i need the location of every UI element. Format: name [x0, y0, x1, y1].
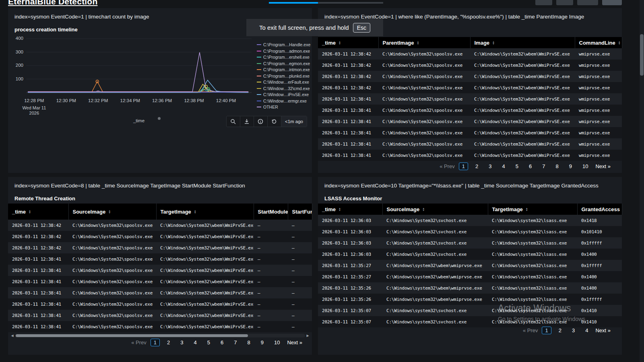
table-row[interactable]: 2026-03-11 12:36:03C:\Windows\System32\s… [318, 249, 622, 260]
table-cell[interactable]: C:\Windows\System32\spoolsv.exe [378, 116, 470, 127]
table-cell[interactable]: 2026-03-11 12:38:41 [318, 105, 378, 116]
table-cell[interactable]: 2026-03-11 12:38:41 [8, 321, 68, 332]
table-row[interactable]: 2026-03-11 12:36:03C:\Windows\System32\s… [318, 237, 622, 249]
table-cell[interactable]: C:\Windows\system32\lsass.exe [488, 294, 577, 305]
pagination-page-2[interactable]: 2 [472, 162, 481, 170]
pagination-page-8[interactable]: 8 [552, 162, 561, 170]
table-cell[interactable]: – [254, 242, 288, 253]
sort-icon[interactable]: ▲▼ [29, 210, 31, 214]
table-row[interactable]: 2026-03-11 12:38:41C:\Windows\System32\s… [8, 298, 312, 310]
table-cell[interactable]: 0x1410 [577, 316, 622, 327]
legend-item[interactable]: C:\Program…Handle.exe [257, 42, 310, 48]
column-header[interactable]: ParentImage▲▼ [378, 37, 470, 48]
table-cell[interactable]: 2026-03-11 12:38:42 [318, 60, 378, 71]
table-cell[interactable]: C:\Windows\System32\wbem\WmiPrvSE.exe [470, 93, 575, 105]
pagination-page-3[interactable]: 3 [485, 162, 495, 170]
table-cell[interactable]: 2026-03-11 12:36:03 [318, 215, 382, 226]
table-cell[interactable]: C:\Windows\system32\lsass.exe [488, 305, 577, 316]
pagination-page-4[interactable]: 4 [499, 162, 508, 170]
pagination-page-7[interactable]: 7 [231, 339, 240, 346]
table-cell[interactable]: C:\Windows\system32\lsass.exe [488, 271, 577, 282]
table-cell[interactable]: wmiprvse.exe [575, 93, 622, 105]
pagination-page-7[interactable]: 7 [539, 162, 548, 170]
table-cell[interactable]: 2026-03-11 12:38:41 [8, 287, 68, 298]
table-row[interactable]: 2026-03-11 12:36:03C:\Windows\System32\s… [318, 215, 622, 226]
legend-item[interactable]: OTHER [257, 104, 310, 111]
table-cell[interactable]: C:\Windows\System32\spoolsv.exe [378, 82, 470, 93]
table-cell[interactable]: – [254, 265, 288, 276]
table-cell[interactable]: C:\Windows\System32\wbem\WmiPrvSE.exe [470, 150, 575, 161]
column-header[interactable]: TargetImage▲▼ [488, 204, 577, 215]
table-cell[interactable]: C:\Windows\system32\lsass.exe [488, 260, 577, 271]
table-cell[interactable]: 0x1fffff [577, 237, 622, 249]
table-cell[interactable]: C:\Windows\System32\wbem\WmiPrvSE.exe [156, 220, 254, 231]
table-cell[interactable]: 2026-03-11 12:35:07 [318, 305, 382, 316]
table-cell[interactable]: C:\Windows\System32\spoolsv.exe [68, 298, 156, 310]
sort-icon[interactable]: ▲▼ [492, 41, 495, 45]
table-cell[interactable]: C:\Windows\System32\spoolsv.exe [378, 127, 470, 138]
pagination-page-3[interactable]: 3 [177, 339, 186, 346]
table-row[interactable]: 2026-03-11 12:38:41C:\Windows\System32\s… [8, 253, 312, 265]
table-row[interactable]: 2026-03-11 12:38:41C:\Windows\System32\s… [318, 116, 622, 127]
table-cell[interactable]: C:\Windows\System32\spoolsv.exe [68, 265, 156, 276]
sort-icon[interactable]: ▲▼ [526, 208, 528, 212]
table-cell[interactable]: C:\Windows\system32\lsass.exe [488, 237, 577, 249]
table-cell[interactable]: C:\Windows\System32\wbem\WmiPrvSE.exe [470, 116, 575, 127]
table-cell[interactable]: C:\Windows\System32\svchost.exe [382, 226, 488, 237]
table-row[interactable]: 2026-03-11 12:38:41C:\Windows\System32\s… [8, 276, 312, 287]
table-row[interactable]: 2026-03-11 12:35:26C:\Windows\system32\w… [318, 294, 622, 305]
sort-icon[interactable]: ▲▼ [339, 208, 341, 212]
table-cell[interactable]: – [288, 265, 312, 276]
table-cell[interactable]: – [288, 321, 312, 332]
table-cell[interactable]: C:\Windows\System32\wbem\WmiPrvSE.exe [156, 287, 254, 298]
table-row[interactable]: 2026-03-11 12:38:41C:\Windows\System32\s… [8, 287, 312, 298]
pagination-page-2[interactable]: 2 [555, 327, 565, 334]
table-cell[interactable]: C:\Windows\system32\wbem\wmiprvse.exe [382, 282, 488, 294]
pagination-page-2[interactable]: 2 [164, 339, 173, 346]
table-cell[interactable]: 2026-03-11 12:38:41 [318, 150, 378, 161]
column-header[interactable]: _time▲▼ [318, 204, 382, 215]
table-row[interactable]: 2026-03-11 12:38:41C:\Windows\System32\s… [8, 310, 312, 321]
table-row[interactable]: 2026-03-11 12:38:42C:\Windows\System32\s… [318, 60, 622, 71]
table-cell[interactable]: 0x101410 [577, 226, 622, 237]
sort-icon[interactable]: ▲▼ [339, 41, 341, 45]
pagination-next[interactable]: Next » [595, 327, 611, 333]
table-cell[interactable]: C:\Windows\system32\wbem\wmiprvse.exe [382, 260, 488, 271]
table-cell[interactable]: C:\Windows\System32\spoolsv.exe [378, 93, 470, 105]
table-cell[interactable]: C:\Windows\System32\spoolsv.exe [68, 231, 156, 242]
table-cell[interactable]: C:\Windows\System32\wbem\WmiPrvSE.exe [156, 276, 254, 287]
legend-item[interactable]: C:\Window…32\cmd.exe [257, 86, 310, 92]
pagination-page-4[interactable]: 4 [582, 327, 591, 334]
pagination-page-10[interactable]: 10 [271, 339, 283, 346]
pagination-prev[interactable]: « Prev [131, 339, 147, 346]
table-cell[interactable]: C:\Windows\system32\lsass.exe [488, 226, 577, 237]
table-cell[interactable]: C:\Windows\System32\spoolsv.exe [68, 253, 156, 265]
table-cell[interactable]: 2026-03-11 12:38:41 [8, 310, 68, 321]
table-cell[interactable]: 2026-03-11 12:38:41 [318, 138, 378, 150]
table-cell[interactable]: C:\Windows\System32\wbem\WmiPrvSE.exe [470, 48, 575, 60]
table-cell[interactable]: – [288, 231, 312, 242]
table-row[interactable]: 2026-03-11 12:36:03C:\Windows\System32\s… [318, 226, 622, 237]
table-cell[interactable]: – [288, 276, 312, 287]
table-cell[interactable]: C:\Windows\System32\spoolsv.exe [68, 287, 156, 298]
header-button-4[interactable] [602, 0, 622, 5]
table-cell[interactable]: 2026-03-11 12:35:26 [318, 294, 382, 305]
table-cell[interactable]: C:\Windows\system32\wbem\wmiprvse.exe [382, 294, 488, 305]
pagination-page-6[interactable]: 6 [526, 162, 535, 170]
table-cell[interactable]: – [254, 298, 288, 310]
table-row[interactable]: 2026-03-11 12:38:41C:\Windows\System32\s… [318, 150, 622, 161]
pagination-page-3[interactable]: 3 [569, 327, 578, 334]
table-row[interactable]: 2026-03-11 12:38:42C:\Windows\System32\s… [318, 71, 622, 82]
legend-item[interactable]: C:\Window…iPrvSE.exe [257, 92, 310, 98]
table-cell[interactable]: C:\Windows\System32\spoolsv.exe [68, 276, 156, 287]
table-cell[interactable]: C:\Windows\system32\svchost.exe [382, 316, 488, 327]
table-cell[interactable]: C:\Windows\System32\spoolsv.exe [378, 60, 470, 71]
table-cell[interactable]: 2026-03-11 12:38:41 [318, 93, 378, 105]
table-cell[interactable]: C:\Windows\System32\spoolsv.exe [378, 48, 470, 60]
table-cell[interactable]: C:\Windows\System32\wbem\WmiPrvSE.exe [156, 253, 254, 265]
vertical-scrollbar[interactable] [640, 0, 644, 362]
table-cell[interactable]: C:\Windows\system32\svchost.exe [382, 305, 488, 316]
table-cell[interactable]: 2026-03-11 12:38:42 [8, 242, 68, 253]
table-row[interactable]: 2026-03-11 12:38:41C:\Windows\System32\s… [318, 93, 622, 105]
column-header[interactable]: TargetImage▲▼ [156, 204, 254, 220]
